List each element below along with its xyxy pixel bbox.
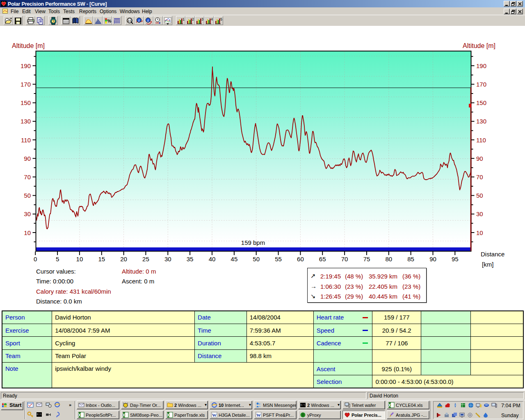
svg-text:15: 15 bbox=[98, 256, 105, 262]
svg-text:170: 170 bbox=[476, 81, 486, 88]
svg-text:20: 20 bbox=[120, 256, 127, 262]
svg-text:90: 90 bbox=[476, 155, 483, 162]
svg-text:30: 30 bbox=[476, 210, 483, 217]
svg-text:159 bpm: 159 bpm bbox=[241, 239, 265, 246]
svg-text:30: 30 bbox=[164, 256, 171, 262]
svg-text:130: 130 bbox=[21, 118, 31, 125]
svg-text:10: 10 bbox=[476, 229, 483, 236]
svg-text:95: 95 bbox=[452, 256, 459, 262]
svg-text:70: 70 bbox=[341, 256, 348, 262]
svg-text:40: 40 bbox=[209, 256, 216, 262]
svg-text:70: 70 bbox=[476, 173, 483, 180]
svg-text:170: 170 bbox=[21, 81, 31, 88]
svg-text:X: X bbox=[123, 413, 126, 418]
svg-text:55: 55 bbox=[275, 256, 282, 262]
svg-text:0: 0 bbox=[34, 256, 37, 262]
svg-text:150: 150 bbox=[476, 99, 486, 106]
svg-text:25: 25 bbox=[142, 256, 149, 262]
svg-text:X: X bbox=[78, 413, 81, 418]
svg-text:50: 50 bbox=[24, 192, 31, 199]
svg-text:C:\: C:\ bbox=[301, 404, 305, 406]
svg-text:90: 90 bbox=[429, 256, 436, 262]
svg-text:150: 150 bbox=[21, 99, 31, 106]
svg-text:80: 80 bbox=[385, 256, 392, 262]
svg-text:W: W bbox=[256, 413, 261, 418]
svg-text:65: 65 bbox=[319, 256, 326, 262]
svg-text:70: 70 bbox=[24, 173, 31, 180]
svg-text:5: 5 bbox=[56, 256, 59, 262]
svg-text:110: 110 bbox=[476, 137, 486, 144]
svg-text:C:\: C:\ bbox=[37, 413, 41, 416]
svg-text:Altitude [m]: Altitude [m] bbox=[12, 42, 45, 49]
svg-text:35: 35 bbox=[187, 256, 194, 262]
svg-text:110: 110 bbox=[21, 137, 31, 144]
svg-text:90: 90 bbox=[24, 155, 31, 162]
svg-text:W: W bbox=[212, 413, 217, 418]
svg-text:X: X bbox=[167, 413, 170, 418]
svg-text:Altitude [m]: Altitude [m] bbox=[463, 42, 495, 49]
svg-text:30: 30 bbox=[24, 210, 31, 217]
svg-text:60: 60 bbox=[297, 256, 304, 262]
svg-text:50: 50 bbox=[476, 192, 483, 199]
svg-text:Distance: Distance bbox=[481, 251, 504, 258]
svg-text:75: 75 bbox=[363, 256, 370, 262]
svg-text:45: 45 bbox=[231, 256, 238, 262]
svg-text:10: 10 bbox=[76, 256, 83, 262]
svg-text:[km]: [km] bbox=[482, 261, 493, 268]
svg-text:X: X bbox=[388, 403, 391, 408]
svg-text:10: 10 bbox=[24, 229, 31, 236]
svg-text:190: 190 bbox=[21, 62, 31, 69]
svg-text:190: 190 bbox=[476, 62, 486, 69]
svg-text:50: 50 bbox=[253, 256, 260, 262]
svg-text:85: 85 bbox=[407, 256, 414, 262]
svg-text:130: 130 bbox=[476, 118, 486, 125]
